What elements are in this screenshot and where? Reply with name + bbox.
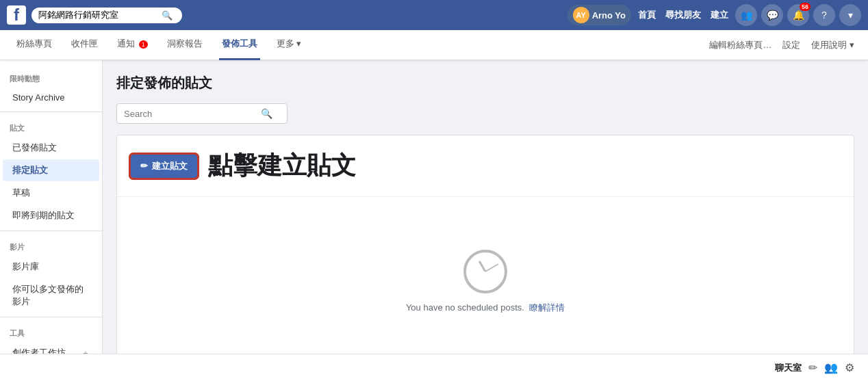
help-icon-btn[interactable]: ? <box>813 4 835 26</box>
nav-home-btn[interactable]: 首頁 <box>635 9 659 21</box>
nav-right: AY Arno Yo 首頁 尋找朋友 建立 👥 💬 🔔 56 ? ▾ <box>567 4 861 26</box>
user-name: Arno Yo <box>592 10 626 21</box>
search-input[interactable] <box>124 109 261 119</box>
secondary-nav-left: 粉絲專頁 收件匣 通知 1 洞察報告 發佈工具 更多 ▾ <box>14 29 709 60</box>
sidebar-section-posts: 貼文 <box>0 116 102 136</box>
page-title: 排定發佈的貼文 <box>116 74 854 92</box>
secondary-nav-right: 編輯粉絲專頁… 設定 使用說明 ▾ <box>709 39 854 51</box>
create-post-button[interactable]: ✏ 建立貼文 <box>131 155 197 178</box>
nav-more[interactable]: 更多 ▾ <box>274 29 305 60</box>
clock-icon <box>463 250 507 293</box>
global-search-bar[interactable]: 🔍 <box>31 8 182 23</box>
big-cta-area: ✏ 建立貼文 點擊建立貼文 <box>117 135 854 197</box>
sidebar-item-published-posts[interactable]: 已發佈貼文 <box>3 137 99 159</box>
sidebar-item-expiring-posts[interactable]: 即將到期的貼文 <box>3 205 99 226</box>
people-icon-btn[interactable]: 👥 <box>735 4 757 26</box>
nav-inbox[interactable]: 收件匣 <box>68 29 101 60</box>
nav-create-btn[interactable]: 建立 <box>708 9 731 21</box>
global-search-icon: 🔍 <box>162 10 173 21</box>
global-search-input[interactable] <box>38 10 162 21</box>
facebook-logo: f <box>7 5 26 25</box>
messenger-icon-btn[interactable]: 💬 <box>761 4 783 26</box>
edit-page-btn[interactable]: 編輯粉絲專頁… <box>709 39 771 51</box>
dropdown-btn[interactable]: ▾ <box>839 4 861 26</box>
notifications-badge: 56 <box>800 3 810 11</box>
avatar: AY <box>573 7 589 23</box>
sidebar-item-story-archive[interactable]: Story Archive <box>3 88 99 107</box>
top-nav: f 🔍 AY Arno Yo 首頁 尋找朋友 建立 👥 💬 🔔 56 ? ▾ <box>0 0 868 30</box>
clock-hand-min <box>485 263 499 272</box>
chat-contacts-icon[interactable]: 👥 <box>824 361 838 374</box>
user-profile-button[interactable]: AY Arno Yo <box>567 5 631 25</box>
secondary-nav: 粉絲專頁 收件匣 通知 1 洞察報告 發佈工具 更多 ▾ 編輯粉絲專頁… 設定 … <box>0 30 868 60</box>
create-post-label: 建立貼文 <box>152 160 188 172</box>
sidebar-item-scheduled-posts[interactable]: 排定貼文 <box>3 159 99 181</box>
search-input-container[interactable]: 🔍 <box>116 103 288 124</box>
help-menu-btn[interactable]: 使用說明 ▾ <box>811 39 854 51</box>
nav-notifications[interactable]: 通知 1 <box>114 29 151 60</box>
posts-container: ✏ 建立貼文 點擊建立貼文 You have no scheduled post… <box>116 135 854 367</box>
sidebar-item-drafts[interactable]: 草稿 <box>3 182 99 204</box>
sidebar-section-videos: 影片 <box>0 235 102 255</box>
nav-insights[interactable]: 洞察報告 <box>164 29 205 60</box>
sidebar-item-multi-publish-videos[interactable]: 你可以多文發佈的影片 <box>3 278 99 313</box>
chat-compose-icon[interactable]: ✏ <box>808 361 817 374</box>
content-area: 排定發佈的貼文 🔍 ✏ 建立貼文 點擊建立貼文 <box>103 60 868 381</box>
sidebar-divider-2 <box>0 231 102 231</box>
empty-state: You have no scheduled posts. 瞭解詳情 <box>117 197 854 367</box>
chat-settings-icon[interactable]: ⚙ <box>845 361 854 374</box>
notifications-icon-btn[interactable]: 🔔 56 <box>787 4 809 26</box>
search-icon: 🔍 <box>261 108 272 119</box>
learn-more-link[interactable]: 瞭解詳情 <box>529 302 565 313</box>
main-layout: 限時動態 Story Archive 貼文 已發佈貼文 排定貼文 草稿 即將到期… <box>0 60 868 381</box>
big-cta-text: 點擊建立貼文 <box>208 149 356 183</box>
sidebar-section-stories: 限時動態 <box>0 67 102 87</box>
sidebar-section-tools: 工具 <box>0 321 102 341</box>
sidebar: 限時動態 Story Archive 貼文 已發佈貼文 排定貼文 草稿 即將到期… <box>0 60 103 381</box>
settings-btn[interactable]: 設定 <box>782 39 800 51</box>
create-post-icon: ✏ <box>140 161 148 171</box>
sidebar-item-video-library[interactable]: 影片庫 <box>3 256 99 278</box>
toolbar: 🔍 <box>116 103 854 124</box>
chat-label: 聊天室 <box>775 362 802 374</box>
nav-find-friends-btn[interactable]: 尋找朋友 <box>663 9 704 21</box>
empty-state-text: You have no scheduled posts. 瞭解詳情 <box>406 302 565 314</box>
notifications-badge-secondary: 1 <box>139 40 148 49</box>
nav-publish-tools[interactable]: 發佈工具 <box>219 29 260 60</box>
sidebar-divider-3 <box>0 317 102 317</box>
sidebar-divider-1 <box>0 111 102 112</box>
bottom-bar: 聊天室 ✏ 👥 ⚙ <box>0 354 868 381</box>
nav-fan-page[interactable]: 粉絲專頁 <box>14 29 55 60</box>
